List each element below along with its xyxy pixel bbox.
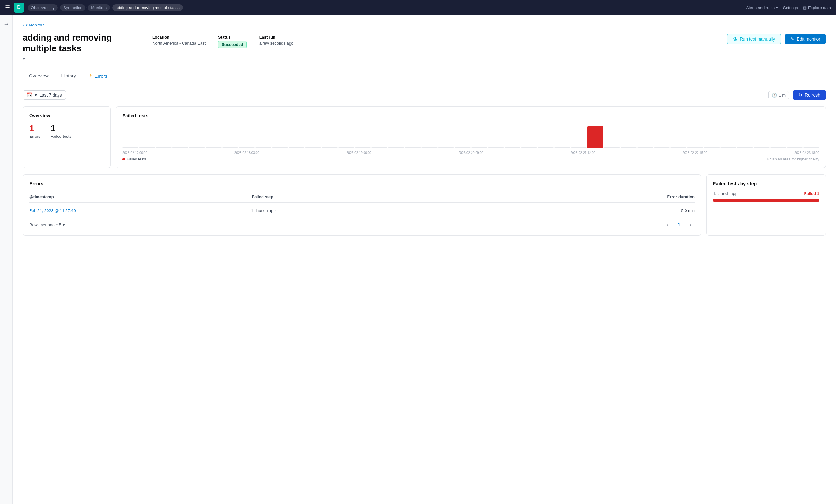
step-item: 1. launch app Failed 1 (713, 191, 819, 196)
tabs: Overview History ⚠ Errors (23, 70, 826, 82)
failed-tests-metric: 1 Failed tests (50, 123, 71, 139)
step-name: 1. launch app (713, 191, 738, 196)
failed-by-step-card: Failed tests by step 1. launch app Faile… (706, 174, 826, 236)
next-page-button[interactable]: › (686, 220, 695, 229)
chart-bar-8 (255, 147, 271, 149)
tab-errors[interactable]: ⚠ Errors (82, 70, 114, 82)
refresh-interval: 🕐 1 m (768, 91, 789, 99)
run-test-button[interactable]: ⚗ Run test manually (727, 34, 781, 44)
refresh-button[interactable]: ↻ Refresh (793, 90, 826, 100)
cell-step: 1. launch app (251, 208, 473, 213)
legend-dot-failed (122, 158, 125, 160)
chart-bar-40 (787, 147, 803, 149)
tab-overview[interactable]: Overview (23, 70, 55, 82)
breadcrumb-sep-1: › (58, 5, 59, 10)
chart-bar-12 (322, 147, 338, 149)
date-range-value: Last 7 days (39, 93, 62, 98)
back-to-monitors-link[interactable]: ‹ < Monitors (23, 23, 826, 27)
settings-link[interactable]: Settings (783, 5, 798, 10)
chart-bar-25 (538, 147, 554, 149)
chart-bar-17 (405, 147, 421, 149)
col-timestamp[interactable]: @timestamp ↓ (29, 194, 249, 199)
chart-label-4: 2023-02-21 12:00 (570, 151, 595, 154)
chart-label-6: 2023-02-23 18:00 (795, 151, 819, 154)
alerts-rules-menu[interactable]: Alerts and rules ▾ (746, 5, 778, 10)
warning-triangle-icon: ⚠ (89, 73, 93, 79)
header-actions: ⚗ Run test manually ✎ Edit monitor (727, 34, 826, 44)
edit-monitor-button[interactable]: ✎ Edit monitor (785, 34, 826, 44)
location-label: Location (152, 35, 206, 40)
breadcrumb-observability[interactable]: Observability (28, 4, 58, 11)
overview-card-title: Overview (29, 113, 104, 118)
failed-by-step-title: Failed tests by step (713, 181, 819, 186)
chart-bar-22 (488, 147, 504, 149)
hamburger-icon[interactable]: ☰ (5, 4, 10, 11)
chart-brush-hint: Brush an area for higher fidelity (767, 157, 819, 161)
status-meta: Status Succeeded (218, 35, 247, 48)
bottom-row: Errors @timestamp ↓ Failed step Error du… (23, 174, 826, 236)
explore-data-link[interactable]: ▦ Explore data (803, 5, 831, 10)
chart-bar-20 (455, 147, 471, 149)
errors-table-card: Errors @timestamp ↓ Failed step Error du… (23, 174, 701, 236)
breadcrumb-current[interactable]: adding and removing multiple tasks (112, 4, 183, 11)
chart-bar-7 (239, 147, 255, 149)
page-1-button[interactable]: 1 (674, 220, 683, 229)
chart-bar-31 (638, 147, 653, 149)
chart-bar-4 (189, 147, 205, 149)
nav-right: Alerts and rules ▾ Settings ▦ Explore da… (746, 5, 831, 10)
overview-card: Overview 1 Errors 1 Failed tests (23, 106, 111, 168)
rows-per-page[interactable]: Rows per page: 5 ▾ (29, 222, 65, 227)
chart-bar-37 (737, 147, 753, 149)
chart-bar-1 (139, 147, 155, 149)
errors-metric: 1 Errors (29, 123, 40, 139)
layout: ⇒ ‹ < Monitors adding and removing multi… (0, 15, 836, 504)
chart-icon: ▦ (803, 5, 807, 10)
rows-chevron-icon: ▾ (63, 222, 65, 227)
pencil-icon: ✎ (790, 37, 794, 41)
date-picker[interactable]: 📅 ▾ Last 7 days (23, 90, 66, 100)
location-meta: Location North America - Canada East (152, 35, 206, 46)
breadcrumb-monitors[interactable]: Monitors (88, 4, 110, 11)
step-list: 1. launch app Failed 1 (713, 191, 819, 202)
tab-history[interactable]: History (55, 70, 82, 82)
chart-bar-5 (206, 147, 222, 149)
last-run-value: a few seconds ago (259, 41, 293, 46)
cell-duration: 5.0 min (473, 208, 695, 213)
chart-bar-23 (505, 147, 520, 149)
chart-bar-41 (803, 147, 819, 149)
sort-icon: ↓ (55, 195, 57, 199)
pagination: ‹ 1 › (663, 220, 695, 229)
chart-bar-30 (621, 147, 637, 149)
clock-icon: 🕐 (772, 93, 777, 98)
chart-bar-2 (156, 147, 172, 149)
breadcrumb-synthetics[interactable]: Synthetics (60, 4, 85, 11)
failed-tests-count: 1 (50, 123, 71, 133)
errors-count: 1 (29, 123, 40, 133)
chart-label-3: 2023-02-20 09:00 (458, 151, 483, 154)
flask-icon: ⚗ (733, 37, 737, 41)
sidebar: ⇒ (0, 15, 13, 504)
breadcrumb: Observability › Synthetics › Monitors › … (28, 4, 742, 11)
chart-label-1: 2023-02-18 03:00 (234, 151, 259, 154)
chevron-down-icon: ▾ (35, 93, 37, 98)
title-chevron-icon[interactable]: ▾ (23, 56, 142, 61)
errors-table-title: Errors (29, 181, 695, 186)
chart-bar-36 (721, 147, 737, 149)
chart-bar-28 (587, 127, 603, 149)
chart-bar-34 (687, 147, 703, 149)
table-header: @timestamp ↓ Failed step Error duration (29, 191, 695, 202)
prev-page-button[interactable]: ‹ (663, 220, 672, 229)
cell-timestamp[interactable]: Feb 21, 2023 @ 11:27:40 (29, 208, 251, 213)
chart-bar-13 (338, 147, 355, 149)
step-bar (713, 198, 819, 202)
failed-tests-chart[interactable] (122, 123, 819, 149)
breadcrumb-sep-3: › (111, 5, 112, 10)
sidebar-toggle-icon[interactable]: ⇒ (1, 19, 11, 29)
interval-value: 1 m (779, 93, 786, 98)
chart-bar-38 (754, 147, 770, 149)
chart-label-5: 2023-02-22 15:00 (682, 151, 707, 154)
refresh-icon: ↻ (799, 93, 802, 98)
legend-label: Failed tests (127, 157, 146, 161)
back-arrow-icon: ‹ (23, 23, 24, 27)
failed-tests-card: Failed tests 2023-02-17 00:002023-02-18 … (116, 106, 826, 168)
